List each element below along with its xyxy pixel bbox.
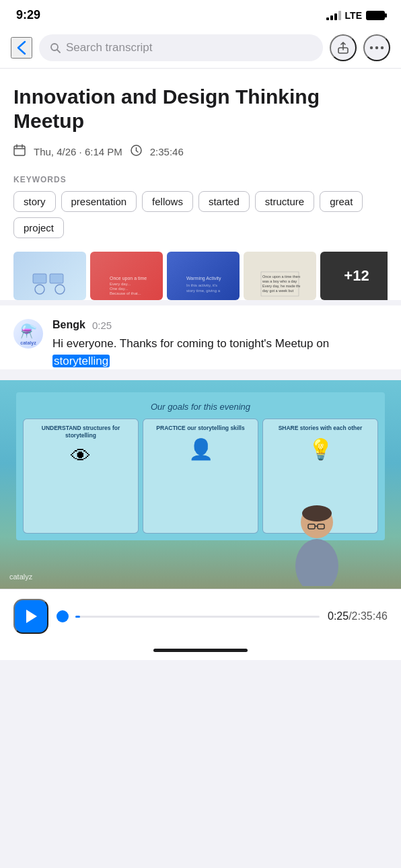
svg-rect-14: [50, 274, 63, 283]
keyword-project[interactable]: project: [13, 217, 64, 238]
keyword-presentation[interactable]: presentation: [61, 191, 137, 212]
meeting-date: Thu, 4/26 · 6:14 PM: [34, 146, 122, 157]
svg-text:One day...: One day...: [110, 287, 129, 291]
status-time: 9:29: [16, 8, 40, 22]
svg-text:Once upon a time there was...: Once upon a time there was...: [110, 276, 147, 281]
back-chevron-icon: [17, 40, 26, 55]
speaker-timestamp: 0:25: [92, 320, 112, 331]
svg-point-29: [295, 539, 338, 586]
thumb-2-content: Once upon a time there was... Every day.…: [106, 270, 147, 297]
person-silhouette: [287, 472, 347, 589]
svg-rect-13: [33, 274, 46, 283]
main-content: Innovation and Design Thinking Meetup Th…: [0, 69, 401, 300]
clock-icon: [131, 145, 142, 159]
meeting-duration: 2:35:46: [150, 146, 184, 157]
progress-scrubber[interactable]: [57, 610, 69, 622]
slide-card-2: PRACTICE our storytelling skills 👤: [143, 419, 258, 534]
progress-bar-fill: [75, 616, 80, 618]
avatar-flask-icon: ⚗️: [20, 323, 37, 339]
bulb-icon: 💡: [308, 437, 333, 461]
thumb-4-content: Once upon a time there was a boy who a d…: [260, 270, 300, 297]
extra-count: +12: [344, 267, 369, 285]
keywords-label: KEYWORDS: [13, 175, 388, 184]
svg-text:Because of that...: Because of that...: [110, 291, 141, 295]
svg-rect-6: [14, 146, 25, 155]
video-frame[interactable]: Our goals for this evening UNDERSTAND st…: [0, 380, 401, 589]
svg-point-3: [370, 46, 373, 49]
meeting-title: Innovation and Design Thinking Meetup: [13, 85, 388, 133]
lte-label: LTE: [345, 10, 362, 21]
transcript-entry: ⚗️ catalyz Bengk 0:25 Hi everyone. Thank…: [13, 319, 388, 369]
nav-bar: Search transcript: [0, 28, 401, 69]
bottom-player-bar: 0:25/2:35:46: [0, 589, 401, 643]
home-bar: [153, 649, 248, 652]
slide-card-1: UNDERSTAND structures for storytelling 👁: [23, 419, 139, 534]
share-icon: [337, 42, 349, 54]
slide-title: Our goals for this evening: [151, 402, 250, 412]
slide-card-1-text: UNDERSTAND structures for storytelling: [26, 425, 135, 439]
keyword-story[interactable]: story: [13, 191, 56, 212]
section-divider: [0, 300, 401, 305]
thumbnails-row: Once upon a time there was... Every day.…: [13, 252, 388, 300]
total-time: 2:35:46: [352, 610, 388, 622]
slide-card-3-text: SHARE stories with each other: [279, 425, 363, 432]
keyword-started[interactable]: started: [198, 191, 250, 212]
current-time: 0:25: [328, 610, 349, 622]
svg-text:was a boy who a day: was a boy who a day: [262, 279, 297, 283]
keyword-fellows[interactable]: fellows: [142, 191, 193, 212]
svg-marker-35: [26, 610, 37, 623]
slide-card-2-text: PRACTICE our storytelling skills: [156, 425, 244, 432]
play-button[interactable]: [13, 599, 48, 634]
svg-line-12: [136, 151, 138, 152]
more-dots-icon: [369, 46, 384, 50]
calendar-icon: [13, 144, 26, 159]
transcript-text: Hi everyone. Thanks for coming to tonigh…: [52, 335, 388, 369]
play-icon: [24, 609, 38, 624]
svg-text:story time, giving a: story time, giving a: [186, 289, 221, 293]
meeting-meta: Thu, 4/26 · 6:14 PM 2:35:46: [13, 144, 388, 159]
thumbnail-4[interactable]: Once upon a time there was a boy who a d…: [244, 252, 316, 300]
svg-point-16: [55, 285, 65, 294]
transcript-text-before: Hi everyone. Thanks for coming to tonigh…: [52, 337, 329, 350]
status-bar: 9:29 LTE: [0, 0, 401, 28]
thumb-1-content: [30, 270, 70, 297]
svg-point-15: [35, 285, 44, 294]
search-placeholder: Search transcript: [66, 41, 153, 55]
svg-text:Warming Activity: Warming Activity: [186, 276, 221, 281]
search-bar[interactable]: Search transcript: [39, 34, 323, 61]
transcript-section: ⚗️ catalyz Bengk 0:25 Hi everyone. Thank…: [0, 305, 401, 369]
status-icons: LTE: [326, 10, 385, 21]
svg-text:In this activity, it's: In this activity, it's: [186, 283, 217, 287]
video-watermark: catalyz: [9, 570, 32, 582]
svg-point-4: [375, 46, 378, 49]
svg-text:day got a week but: day got a week but: [262, 289, 294, 293]
eye-icon: 👁: [71, 445, 91, 468]
keyword-structure[interactable]: structure: [255, 191, 314, 212]
svg-point-31: [302, 505, 332, 521]
svg-text:Once upon a time there: Once upon a time there: [262, 275, 300, 279]
speaker-line: Bengk 0:25: [52, 319, 388, 331]
keyword-great[interactable]: great: [320, 191, 363, 212]
svg-text:Every day, he made the: Every day, he made the: [262, 284, 300, 288]
signal-bars-icon: [326, 11, 341, 20]
thumbnail-extra[interactable]: +12: [320, 252, 388, 300]
search-icon: [50, 42, 61, 53]
speaker-name: Bengk: [52, 319, 85, 331]
back-button[interactable]: [11, 37, 32, 59]
people-icon: 👤: [188, 437, 213, 461]
keywords-tags: story presentation fellows started struc…: [13, 191, 388, 238]
thumbnail-2[interactable]: Once upon a time there was... Every day.…: [90, 252, 163, 300]
transcript-content: Bengk 0:25 Hi everyone. Thanks for comin…: [52, 319, 388, 369]
svg-line-1: [57, 50, 60, 52]
transcript-highlighted-word[interactable]: storytelling: [52, 355, 110, 367]
share-button[interactable]: [330, 34, 357, 61]
progress-container[interactable]: [57, 610, 320, 622]
thumbnail-3[interactable]: Warming Activity In this activity, it's …: [167, 252, 240, 300]
time-display: 0:25/2:35:46: [328, 610, 388, 622]
more-button[interactable]: [363, 34, 390, 61]
watermark-text: catalyz: [9, 573, 32, 581]
avatar: ⚗️ catalyz: [13, 319, 43, 349]
progress-bar-background[interactable]: [75, 616, 320, 618]
keywords-section: KEYWORDS story presentation fellows star…: [13, 175, 388, 238]
thumbnail-1[interactable]: [13, 252, 86, 300]
